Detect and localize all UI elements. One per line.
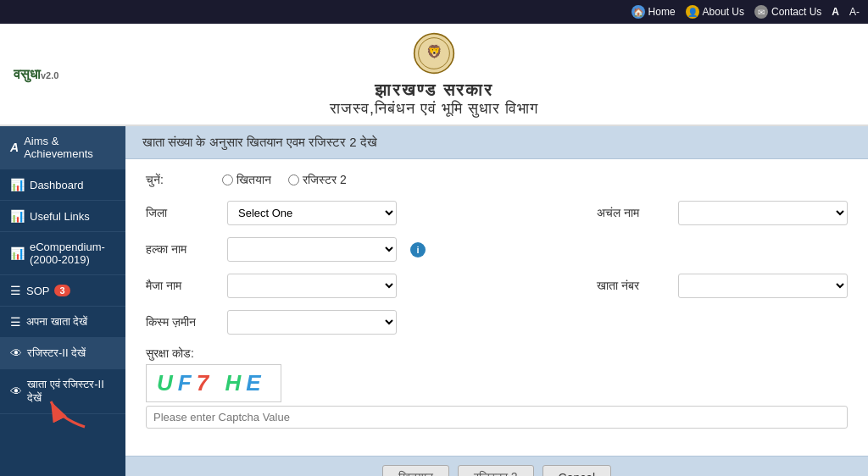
footer-button-bar: खितयान रजिस्टर 2 Cancel <box>125 456 868 476</box>
submit-register2-button[interactable]: रजिस्टर 2 <box>458 465 534 476</box>
gov-emblem: 🦁 <box>413 32 455 75</box>
halka-label: हल्का नाम <box>146 242 214 257</box>
sidebar-item-useful-links[interactable]: 📊 Useful Links <box>0 201 125 232</box>
mauja-select[interactable] <box>227 274 397 298</box>
sidebar-item-register2[interactable]: 👁 रजिस्टर-II देखें <box>0 338 125 369</box>
home-icon: 🏠 <box>632 5 645 19</box>
district-label: जिला <box>146 206 214 220</box>
captcha-char-3: 7 <box>197 370 214 396</box>
about-nav[interactable]: 👤 About Us <box>686 5 744 19</box>
kism-row: किस्म ज़मीन <box>146 310 848 335</box>
sidebar-label-apna-khata: अपना खाता देखें <box>26 315 87 329</box>
accessibility-a[interactable]: A <box>832 6 839 18</box>
register2-icon: 👁 <box>10 346 22 360</box>
radio-group: खितयान रजिस्टर 2 <box>222 173 347 187</box>
top-nav-bar: 🏠 Home 👤 About Us ✉ Contact Us A A- <box>0 0 868 24</box>
anchal-label: अचंल नाम <box>597 206 665 220</box>
kism-label: किस्म ज़मीन <box>146 315 214 329</box>
header-title: झारखण्ड सरकार <box>0 80 868 100</box>
mauja-row: मैजा नाम खाता नंबर <box>146 274 848 298</box>
page-header: वसुधाv2.0 🦁 झारखण्ड सरकार राजस्व,निबंधन … <box>0 24 868 126</box>
contact-label: Contact Us <box>771 6 821 18</box>
captcha-char-6: E <box>246 370 265 396</box>
sop-badge: 3 <box>54 285 70 296</box>
khityan-button-label: खितयान <box>398 470 433 476</box>
sidebar-item-ecompendium[interactable]: 📊 eCompendium-(2000-2019) <box>0 232 125 275</box>
page-heading-bar: खाता संख्या के अनुसार खितयान एवम रजिस्टर… <box>125 126 868 159</box>
sidebar: A Aims & Achievements 📊 Dashboard 📊 Usef… <box>0 126 125 476</box>
captcha-char-5: H <box>225 370 246 396</box>
radio-register2-label: रजिस्टर 2 <box>303 173 347 187</box>
captcha-section: सुरक्षा कोड: UF7 HE <box>146 346 848 429</box>
radio-khityan-label: खितयान <box>236 173 271 187</box>
home-label: Home <box>648 6 676 18</box>
kism-select[interactable] <box>227 310 397 335</box>
accessibility-a-minus[interactable]: A- <box>849 6 860 18</box>
cancel-button-label: Cancel <box>559 471 596 477</box>
district-select[interactable]: Select One <box>227 201 397 225</box>
page-heading: खाता संख्या के अनुसार खितयान एवम रजिस्टर… <box>142 135 377 149</box>
captcha-label: सुरक्षा कोड: <box>146 346 848 361</box>
radio-khityan[interactable]: खितयान <box>222 173 271 187</box>
sidebar-item-khata-register[interactable]: 👁 खाता एवं रजिस्टर-II देखें <box>0 369 125 414</box>
main-content: खाता संख्या के अनुसार खितयान एवम रजिस्टर… <box>125 126 868 476</box>
dashboard-icon: 📊 <box>10 178 25 191</box>
main-layout: A Aims & Achievements 📊 Dashboard 📊 Usef… <box>0 126 868 476</box>
radio-khityan-input[interactable] <box>222 174 233 185</box>
choose-label: चुनें: <box>146 173 214 187</box>
brand-name: वसुधा <box>14 67 41 81</box>
svg-text:🦁: 🦁 <box>426 44 442 59</box>
sidebar-item-sop[interactable]: ☰ SOP 3 <box>0 275 125 307</box>
header-subtitle: राजस्व,निबंधन एवं भूमि सुधार विभाग <box>0 100 868 118</box>
contact-icon: ✉ <box>754 5 768 19</box>
aims-icon: A <box>10 141 19 154</box>
about-label: About Us <box>703 6 744 18</box>
sidebar-label-useful-links: Useful Links <box>30 210 90 223</box>
sidebar-label-khata-register: खाता एवं रजिस्टर-II देखें <box>27 378 115 405</box>
form-area: चुनें: खितयान रजिस्टर 2 जिला <box>125 159 868 452</box>
captcha-input[interactable] <box>146 406 848 429</box>
khata-label: खाता नंबर <box>597 279 665 293</box>
home-nav[interactable]: 🏠 Home <box>632 5 676 19</box>
captcha-image: UF7 HE <box>146 364 281 402</box>
sidebar-label-dashboard: Dashboard <box>30 179 84 191</box>
sidebar-item-dashboard[interactable]: 📊 Dashboard <box>0 169 125 201</box>
halka-select[interactable] <box>227 237 397 262</box>
ecompendium-icon: 📊 <box>10 246 25 260</box>
khata-register-icon: 👁 <box>10 385 22 398</box>
sidebar-label-sop: SOP <box>26 285 49 297</box>
contact-nav[interactable]: ✉ Contact Us <box>754 5 821 19</box>
sidebar-item-aims[interactable]: A Aims & Achievements <box>0 126 125 169</box>
useful-links-icon: 📊 <box>10 209 25 223</box>
sidebar-label-aims: Aims & Achievements <box>24 135 115 160</box>
info-icon[interactable]: i <box>410 242 426 257</box>
district-row: जिला Select One अचंल नाम <box>146 201 848 225</box>
captcha-char-1: U <box>157 370 178 396</box>
brand-logo: वसुधाv2.0 <box>14 67 58 82</box>
submit-khityan-button[interactable]: खितयान <box>382 465 449 476</box>
mauja-label: मैजा नाम <box>146 279 214 293</box>
captcha-char-4 <box>214 370 225 396</box>
cancel-button[interactable]: Cancel <box>542 465 612 476</box>
sidebar-label-register2: रजिस्टर-II देखें <box>27 346 86 360</box>
sidebar-label-ecompendium: eCompendium-(2000-2019) <box>30 241 115 266</box>
about-icon: 👤 <box>686 5 699 19</box>
register2-button-label: रजिस्टर 2 <box>474 470 518 476</box>
brand-version: v2.0 <box>41 70 58 80</box>
radio-register2[interactable]: रजिस्टर 2 <box>288 173 347 187</box>
halka-row: हल्का नाम i <box>146 237 848 262</box>
radio-register2-input[interactable] <box>288 174 299 185</box>
sidebar-item-apna-khata[interactable]: ☰ अपना खाता देखें <box>0 307 125 338</box>
anchal-select[interactable] <box>678 201 848 225</box>
sop-icon: ☰ <box>10 284 21 297</box>
apna-khata-icon: ☰ <box>10 315 21 329</box>
khata-select[interactable] <box>678 274 848 298</box>
choose-row: चुनें: खितयान रजिस्टर 2 <box>146 173 848 187</box>
captcha-char-2: F <box>178 370 197 396</box>
